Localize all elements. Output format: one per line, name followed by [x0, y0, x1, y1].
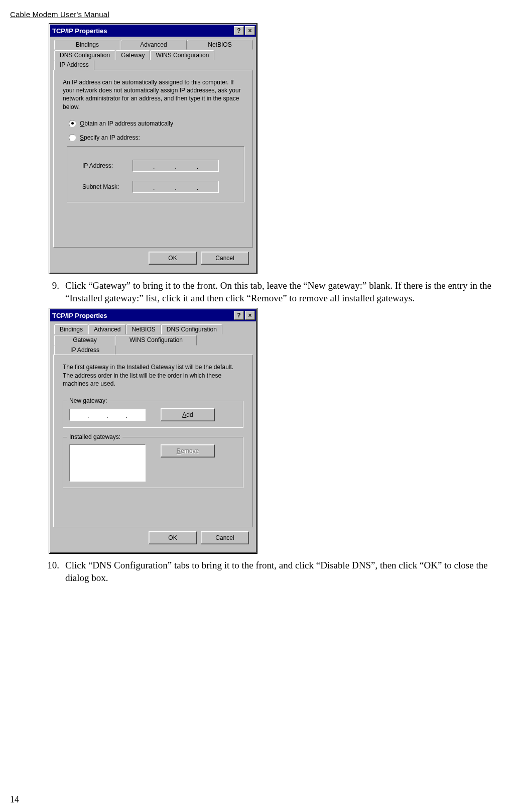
dialog-title: TCP/IP Properties — [52, 312, 233, 319]
step-text: Click “Gateway” to bring it to the front… — [65, 280, 512, 304]
subnet-mask-label: Subnet Mask: — [82, 183, 133, 190]
dialog-button-bar: OK Cancel — [53, 527, 253, 549]
installed-gateways-legend: Installed gateways: — [67, 433, 122, 440]
panel-help-text: The first gateway in the Installed Gatew… — [63, 363, 243, 388]
tab-gateway[interactable]: Gateway — [115, 50, 150, 60]
ip-address-input[interactable]: . . . — [133, 160, 219, 172]
radio-specify-ip[interactable]: Specify an IP address: — [69, 134, 246, 141]
step-9: 9. Click “Gateway” to bring it to the fr… — [39, 280, 512, 304]
dialog-title: TCP/IP Properties — [52, 27, 233, 35]
tab-bindings[interactable]: Bindings — [54, 324, 88, 334]
titlebar: TCP/IP Properties ? × — [50, 25, 256, 37]
radio-label: Obtain an IP address automatically — [80, 120, 173, 127]
radio-icon — [69, 120, 76, 127]
tab-row-1: Bindings Advanced NetBIOS — [53, 39, 253, 49]
radio-icon — [69, 134, 76, 141]
radio-label: Specify an IP address: — [80, 134, 140, 141]
running-head: Cable Modem User's Manual — [10, 10, 512, 19]
tab-wins-configuration[interactable]: WINS Configuration — [150, 50, 214, 60]
tcpip-properties-dialog-ipaddress: TCP/IP Properties ? × Bindings Advanced … — [49, 24, 257, 274]
tab-advanced[interactable]: Advanced — [120, 40, 187, 50]
help-button[interactable]: ? — [234, 26, 244, 35]
tcpip-properties-dialog-gateway: TCP/IP Properties ? × Bindings Advanced … — [49, 308, 257, 553]
tab-netbios[interactable]: NetBIOS — [187, 40, 253, 50]
new-gateway-legend: New gateway: — [67, 397, 109, 404]
specify-ip-group: IP Address: . . . Subnet Mask: . — [67, 146, 244, 202]
titlebar: TCP/IP Properties ? × — [50, 309, 256, 321]
new-gateway-input[interactable]: . . . — [69, 409, 146, 421]
tab-advanced[interactable]: Advanced — [88, 324, 126, 334]
cancel-button[interactable]: Cancel — [201, 531, 249, 544]
tab-row-1: Bindings Advanced NetBIOS DNS Configurat… — [53, 323, 253, 334]
ok-button[interactable]: OK — [149, 531, 197, 544]
tab-ip-address[interactable]: IP Address — [54, 345, 115, 355]
tab-dns-configuration[interactable]: DNS Configuration — [161, 324, 222, 334]
close-button[interactable]: × — [245, 311, 255, 320]
tab-bindings[interactable]: Bindings — [54, 40, 120, 50]
gateway-panel: The first gateway in the Installed Gatew… — [53, 355, 253, 527]
close-button[interactable]: × — [245, 26, 255, 35]
remove-button[interactable]: Remove — [161, 444, 215, 457]
tab-row-2: Gateway WINS Configuration IP Address — [53, 334, 253, 355]
tab-ip-address[interactable]: IP Address — [54, 60, 94, 70]
cancel-button[interactable]: Cancel — [201, 252, 249, 265]
page-number: 14 — [10, 794, 19, 805]
help-button[interactable]: ? — [234, 311, 244, 320]
installed-gateways-group: Installed gateways: Remove — [63, 437, 243, 488]
tab-gateway[interactable]: Gateway — [54, 335, 115, 345]
ip-address-panel: An IP address can be automatically assig… — [53, 70, 253, 248]
tab-dns-configuration[interactable]: DNS Configuration — [54, 50, 115, 60]
step-text: Click “DNS Configuration” tabs to bring … — [65, 559, 512, 584]
dialog-button-bar: OK Cancel — [53, 248, 253, 270]
ip-address-label: IP Address: — [82, 162, 133, 169]
step-number: 9. — [39, 280, 65, 304]
tab-netbios[interactable]: NetBIOS — [126, 324, 161, 334]
subnet-mask-input[interactable]: . . . — [133, 181, 219, 193]
installed-gateways-list[interactable] — [69, 444, 146, 482]
add-button[interactable]: Add — [161, 408, 215, 421]
new-gateway-group: New gateway: . . . Add — [63, 401, 243, 428]
radio-obtain-auto[interactable]: Obtain an IP address automatically — [69, 120, 246, 127]
tab-row-2: DNS Configuration Gateway WINS Configura… — [53, 49, 253, 70]
panel-help-text: An IP address can be automatically assig… — [63, 78, 243, 111]
step-10: 10. Click “DNS Configuration” tabs to br… — [39, 559, 512, 584]
ok-button[interactable]: OK — [149, 252, 197, 265]
step-number: 10. — [39, 559, 65, 584]
tab-wins-configuration[interactable]: WINS Configuration — [115, 335, 197, 345]
